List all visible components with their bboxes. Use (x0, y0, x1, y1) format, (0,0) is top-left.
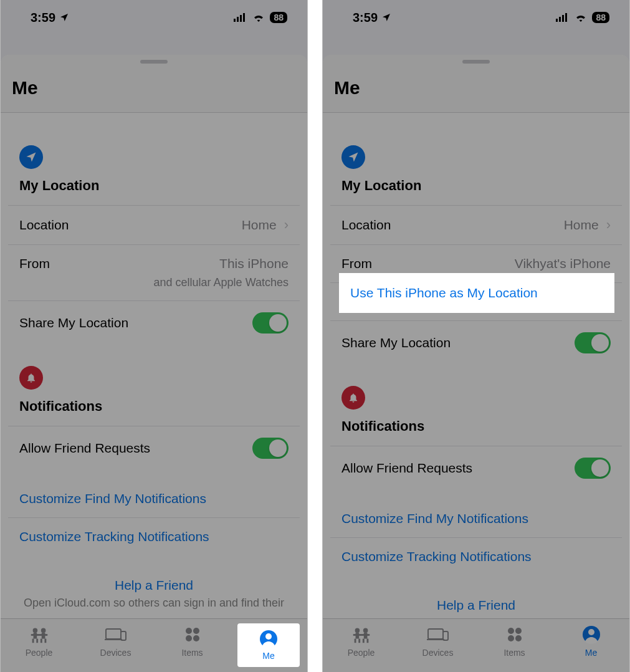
svg-rect-31 (363, 633, 367, 638)
customize-tracking-link[interactable]: Customize Tracking Notifications (330, 537, 622, 575)
allow-friend-requests-label: Allow Friend Requests (19, 441, 150, 456)
location-row[interactable]: Location Home › (330, 205, 622, 244)
people-icon (29, 624, 50, 645)
from-label: From (341, 256, 372, 271)
customize-tracking-link[interactable]: Customize Tracking Notifications (8, 517, 300, 555)
svg-rect-37 (428, 629, 443, 639)
tab-devices[interactable]: Devices (399, 624, 476, 672)
svg-point-29 (363, 628, 368, 633)
help-a-friend-block: Help a Friend Open iCloud.com so others … (1, 565, 307, 610)
svg-rect-14 (105, 639, 122, 640)
use-this-iphone-label: Use This iPhone as My Location (350, 286, 538, 300)
battery-icon: 88 (270, 12, 287, 23)
status-bar: 3:59 88 (323, 0, 629, 35)
from-value: This iPhone (219, 256, 289, 271)
help-a-friend-link[interactable]: Help a Friend (335, 598, 617, 613)
tab-items[interactable]: Items (154, 624, 231, 672)
svg-rect-0 (234, 19, 236, 22)
svg-rect-27 (565, 13, 567, 22)
highlight-use-this-iphone[interactable]: Use This iPhone as My Location (339, 273, 614, 313)
svg-rect-6 (33, 633, 37, 638)
left-screenshot: 3:59 88 Me My Location (0, 0, 308, 672)
svg-rect-11 (44, 639, 46, 643)
status-icons: 88 (556, 12, 609, 23)
svg-rect-1 (237, 17, 239, 22)
wifi-icon (575, 13, 587, 22)
location-services-icon (341, 145, 365, 169)
people-icon (351, 624, 372, 645)
tab-items-label: Items (504, 648, 525, 658)
location-row[interactable]: Location Home › (8, 205, 300, 244)
status-time: 3:59 (31, 11, 55, 25)
my-location-group: My Location Location Home › From Vikhyat… (330, 134, 622, 365)
bell-icon (19, 366, 43, 390)
location-services-icon (19, 145, 43, 169)
tab-devices-label: Devices (100, 648, 131, 658)
tab-people[interactable]: People (323, 624, 399, 672)
location-label: Location (19, 218, 69, 233)
my-location-title: My Location (341, 178, 611, 203)
svg-point-5 (41, 628, 45, 633)
customize-findmy-link[interactable]: Customize Find My Notifications (8, 480, 300, 517)
location-arrow-icon (381, 12, 391, 22)
svg-rect-15 (121, 631, 126, 640)
tab-people-label: People (348, 648, 375, 658)
tab-people-label: People (26, 648, 53, 658)
svg-point-41 (515, 628, 522, 634)
svg-point-23 (265, 633, 272, 640)
allow-friend-requests-row: Allow Friend Requests (330, 446, 622, 490)
tab-devices-label: Devices (422, 648, 454, 658)
location-label: Location (341, 218, 391, 233)
share-location-toggle[interactable] (575, 332, 611, 353)
allow-friend-requests-toggle[interactable] (252, 438, 289, 459)
svg-rect-36 (353, 634, 369, 636)
tab-me[interactable]: Me (553, 624, 629, 672)
help-a-friend-subtext: Open iCloud.com so others can sign in an… (13, 597, 295, 610)
tab-people[interactable]: People (1, 624, 77, 672)
svg-point-45 (588, 629, 594, 635)
tab-items-label: Items (181, 648, 203, 658)
chevron-right-icon: › (284, 217, 289, 233)
svg-rect-24 (556, 19, 558, 22)
status-icons: 88 (234, 12, 287, 23)
notifications-title: Notifications (19, 398, 289, 423)
status-bar: 3:59 88 (1, 0, 307, 35)
share-location-toggle[interactable] (252, 312, 289, 334)
status-time: 3:59 (353, 11, 378, 25)
svg-point-16 (186, 628, 192, 634)
share-location-label: Share My Location (19, 315, 128, 330)
sheet-header: Me (1, 55, 307, 113)
svg-rect-13 (106, 629, 121, 639)
svg-rect-7 (41, 633, 45, 638)
allow-friend-requests-toggle[interactable] (575, 458, 611, 479)
sheet-grabber[interactable] (140, 60, 168, 64)
highlight-me-tab: Me (237, 623, 300, 667)
help-a-friend-link[interactable]: Help a Friend (13, 578, 295, 593)
sheet-grabber[interactable] (462, 60, 490, 64)
tab-items[interactable]: Items (476, 624, 553, 672)
svg-rect-12 (31, 634, 47, 636)
devices-icon (105, 624, 127, 645)
battery-icon: 88 (592, 12, 609, 23)
from-row: From This iPhone and cellular Apple Watc… (8, 244, 300, 300)
customize-findmy-link[interactable]: Customize Find My Notifications (330, 500, 622, 537)
share-location-label: Share My Location (341, 335, 451, 350)
allow-friend-requests-row: Allow Friend Requests (8, 426, 300, 470)
tab-devices[interactable]: Devices (77, 624, 154, 672)
from-value: Vikhyat's iPhone (515, 256, 611, 271)
allow-friend-requests-label: Allow Friend Requests (341, 461, 472, 476)
customize-group: Customize Find My Notifications Customiz… (330, 500, 622, 575)
svg-rect-2 (240, 15, 242, 22)
notifications-group: Notifications Allow Friend Requests (8, 355, 300, 470)
svg-point-40 (508, 628, 514, 634)
location-value: Home (242, 218, 277, 233)
svg-point-18 (186, 635, 192, 641)
svg-point-17 (193, 628, 199, 634)
svg-rect-10 (40, 639, 42, 643)
svg-point-42 (508, 635, 514, 641)
page-title: Me (12, 77, 296, 98)
from-subtext: and cellular Apple Watches (154, 276, 289, 289)
help-a-friend-block: Help a Friend (323, 585, 629, 613)
location-arrow-icon (59, 12, 69, 22)
chevron-right-icon: › (606, 217, 611, 233)
